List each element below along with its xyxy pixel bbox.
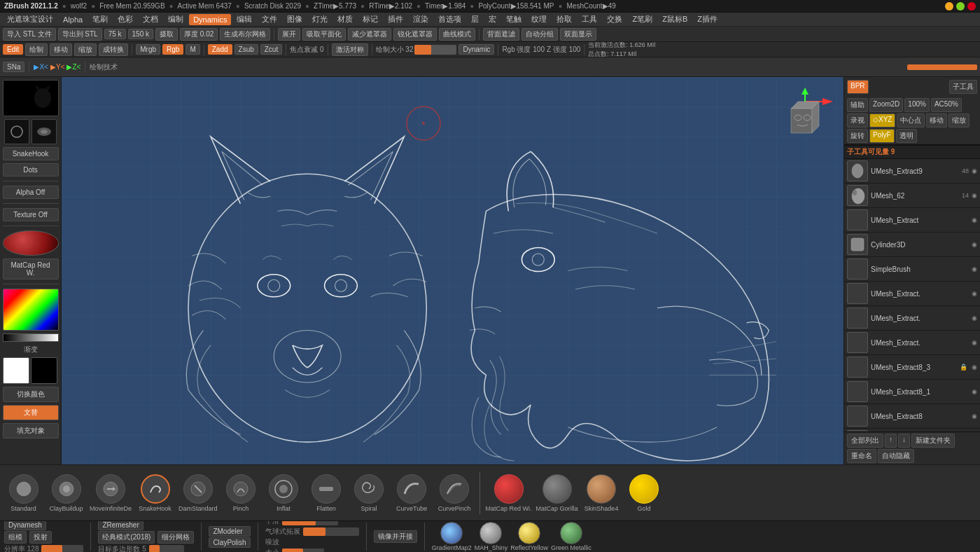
import-stl-button[interactable]: 导入 STL 文件 [3, 28, 56, 41]
generate-mesh-button[interactable]: 生成布尔网格 [220, 28, 270, 41]
menu-material[interactable]: 材质 [333, 13, 357, 26]
move-button[interactable]: 移动 [50, 43, 72, 56]
dots-label[interactable]: Dots [3, 163, 59, 177]
edit-button[interactable]: Edit [3, 44, 23, 55]
menu-stencil[interactable]: 笔触 [502, 13, 526, 26]
brush-inflat[interactable]: Inflat [265, 474, 303, 512]
zoom100-button[interactable]: 100% [904, 98, 930, 112]
reflect-button[interactable]: 投射 [29, 531, 52, 544]
menu-macro[interactable]: 宏 [484, 13, 500, 26]
bpr-button[interactable]: BPR [847, 80, 869, 94]
menu-tools[interactable]: 工具 [578, 13, 601, 26]
fg-color[interactable] [3, 357, 29, 384]
greenmet-item[interactable]: Green Metallic [551, 522, 592, 551]
small-brush-2[interactable] [31, 119, 57, 144]
rename-button[interactable]: 重命名 [847, 449, 876, 463]
menu-dynamics[interactable]: Dynamics [189, 14, 231, 25]
alpha-off-button[interactable]: Alpha Off [3, 186, 59, 199]
matcap-swatch[interactable] [3, 230, 59, 256]
subtool-row-8[interactable]: UMesh_Extract. ◉ [844, 331, 980, 355]
brush-matcap-gorilla[interactable]: MatCap Gorilla [536, 474, 578, 512]
menu-alpha[interactable]: Alpha [59, 14, 87, 25]
draw-button[interactable]: 绘制 [25, 43, 48, 56]
clean-surface-button[interactable]: 吸取平面化 [302, 28, 346, 41]
mirror-button[interactable]: 镜像并开接 [374, 530, 417, 543]
close-button[interactable] [967, 2, 976, 11]
export-all-button[interactable]: 全部列出 [847, 434, 883, 448]
fetch-button[interactable]: 摄取 [155, 28, 178, 41]
brush-flatten[interactable]: Flatten [307, 474, 346, 512]
thickness150-button[interactable]: 150 k [128, 29, 153, 39]
brush-snakehook[interactable]: SnakeHook [136, 474, 174, 512]
brush-preview-panel[interactable] [3, 80, 59, 116]
right-rotate-button[interactable]: 旋转 [847, 129, 868, 143]
menu-render[interactable]: 渲染 [409, 13, 433, 26]
brush-pinch[interactable]: Pinch [222, 474, 260, 512]
ac50-button[interactable]: AC50% [931, 98, 962, 112]
draw-size-slider[interactable] [414, 45, 456, 55]
backface-mask-button[interactable]: 背面遮滤 [483, 28, 519, 41]
scale-button[interactable]: 缩放 [74, 43, 97, 56]
dynamesh-button[interactable]: Dynamesh [4, 520, 46, 530]
assist-button[interactable]: 辅助 [847, 98, 868, 112]
fill-object-button[interactable]: 填充对象 [3, 423, 59, 439]
menu-color[interactable]: 色彩 [113, 13, 137, 26]
bg-color[interactable] [31, 357, 57, 384]
reflectyellow-item[interactable]: ReflectYellow [510, 522, 548, 551]
brush-curvetube[interactable]: CurveTube [393, 474, 431, 512]
canvas-content[interactable] [62, 77, 844, 464]
zsub-button[interactable]: Zsub [234, 44, 258, 55]
menu-file[interactable]: 文件 [258, 13, 281, 26]
gradmap2-ball[interactable] [440, 522, 463, 544]
mrgb-button[interactable]: Mrgb [136, 44, 160, 55]
gradient-bar[interactable] [3, 333, 59, 342]
smooth-slider[interactable] [282, 520, 338, 525]
small-brush-1[interactable] [4, 119, 29, 144]
thickness-button[interactable]: 厚度 0.02 [180, 28, 218, 41]
menu-extract[interactable]: 拾取 [552, 13, 576, 26]
rotate-button[interactable]: 成转换 [99, 43, 128, 56]
mahshiny-item[interactable]: MAH_Shiny [475, 522, 508, 551]
subtool-row-10[interactable]: UMesh_Extract8_1 ◉ [844, 380, 980, 404]
poly-f-button[interactable]: PolyF [869, 129, 895, 143]
classic-mode-button[interactable]: 经典模式(2018) [98, 531, 155, 544]
subtool-row-6[interactable]: UMesh_Extract. ◉ [844, 282, 980, 306]
resolution-slider[interactable] [41, 545, 83, 553]
menu-layer[interactable]: 层 [467, 13, 483, 26]
xyz-button[interactable]: ◇XYZ [869, 113, 895, 127]
subdivide-button[interactable]: 细分网格 [158, 531, 194, 544]
replace-label[interactable]: 文替 [3, 405, 59, 420]
thickness75-button[interactable]: 75 k [104, 29, 126, 39]
menu-zbrush[interactable]: Z笔刷 [628, 13, 657, 26]
size-slider[interactable] [282, 548, 324, 553]
brush-damstandard[interactable]: DamStandard [178, 474, 218, 512]
subtool-list[interactable]: UMesh_Extract9 48 ◉ UMesh_62 14 ◉ UMesh_… [844, 159, 980, 432]
double-side-button[interactable]: 双面显示 [560, 28, 596, 41]
menu-plugins[interactable]: 插件 [384, 13, 407, 26]
reflectyellow-ball[interactable] [518, 522, 540, 544]
sna-button[interactable]: SNa [3, 62, 24, 72]
menu-brush[interactable]: 笔刷 [88, 13, 112, 26]
menu-zplugin[interactable]: Z插件 [693, 13, 722, 26]
brush-moveinfinite[interactable]: MoveInfiniteDe [90, 474, 132, 512]
minimize-button[interactable] [945, 2, 953, 11]
menu-texture[interactable]: 纹理 [527, 13, 551, 26]
brush-skinshade4[interactable]: SkinShade4 [582, 474, 621, 512]
subtool-row-4[interactable]: Cylinder3D ◉ [844, 233, 980, 257]
menu-text[interactable]: 文档 [139, 13, 162, 26]
group-button[interactable]: 组模 [4, 531, 27, 544]
claypolish-button[interactable]: ClayPolish [209, 537, 250, 548]
target-poly-slider[interactable] [149, 545, 184, 553]
menu-zmouse[interactable]: Z鼠标B [658, 13, 692, 26]
subtool-row-3[interactable]: UMesh_Extract ◉ [844, 208, 980, 233]
child-label[interactable]: 子工具 [949, 80, 977, 94]
brush-curvepinch[interactable]: CurvePinch [435, 474, 474, 512]
gradmap2-item[interactable]: GradientMap2 [432, 522, 472, 551]
greenmet-ball[interactable] [560, 522, 582, 544]
brush-standard[interactable]: Standard [4, 474, 43, 512]
mahshiny-ball[interactable] [479, 522, 502, 544]
color-picker[interactable] [3, 289, 59, 331]
sharpen-button[interactable]: 锐化遮罩器 [393, 28, 437, 41]
reduce-button[interactable]: 减少遮罩器 [348, 28, 391, 41]
zremesher-button[interactable]: ZRemesher [98, 520, 143, 530]
